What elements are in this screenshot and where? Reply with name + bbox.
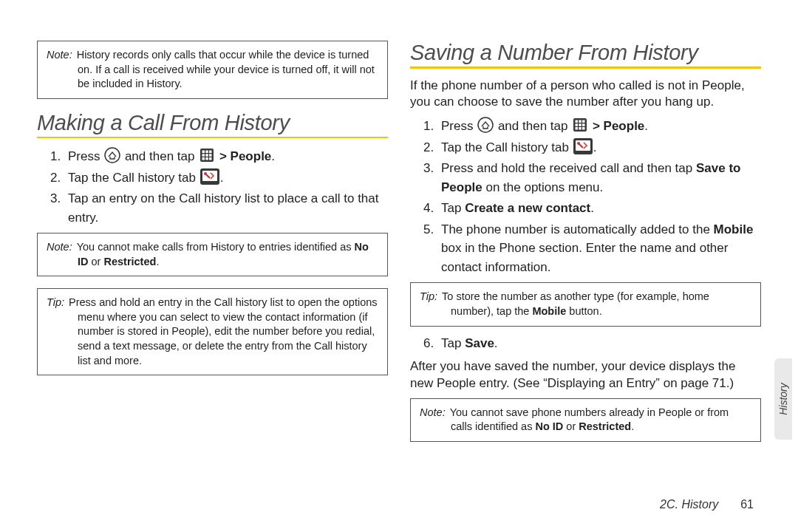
tip-mobile-type: Tip:To store the number as another type … [410,282,761,326]
after-save-paragraph: After you have saved the number, your de… [410,358,761,392]
step-1: Press and then tap > People. [37,147,388,166]
step-2: Tap the Call history tab . [37,168,388,188]
home-icon [104,147,120,163]
steps-saving-number: Press and then tap > People. Tap the Cal… [410,117,761,276]
step-4: Tap Create a new contact. [410,199,761,218]
footer-page: 61 [740,498,754,511]
step-1: Press and then tap > People. [410,117,761,136]
call-history-tab-icon [200,168,219,185]
right-column: Saving a Number From History If the phon… [410,41,761,514]
note-no-id-calls: Note:You cannot make calls from History … [37,233,388,276]
home-icon [477,117,494,133]
heading-underline [410,66,761,69]
apps-grid-icon [199,147,215,163]
step-3: Tap an entry on the Call history list to… [37,189,388,227]
people-label: People [604,119,645,133]
steps-saving-number-cont: Tap Save. [410,334,761,353]
side-tab-history: History [774,358,792,440]
people-label: People [231,149,272,163]
note-cannot-save: Note:You cannot save phone numbers alrea… [410,398,761,442]
intro-paragraph: If the phone number of a person who call… [410,78,761,112]
page-footer: 2C. History61 [660,498,754,511]
steps-making-call: Press and then tap > People. Tap the Cal… [37,147,388,227]
apps-grid-icon [572,117,588,133]
step-6: Tap Save. [410,334,761,353]
heading-making-call: Making a Call From History [37,111,388,135]
note-history-records: Note:History records only calls that occ… [37,41,388,99]
heading-saving-number: Saving a Number From History [410,41,761,65]
step-5: The phone number is automatically added … [410,220,761,277]
step-3: Press and hold the received call and the… [410,159,761,197]
note-text: History records only calls that occur wh… [77,49,375,89]
heading-underline [37,137,388,139]
call-history-tab-icon [573,138,593,154]
tip-press-hold: Tip:Press and hold an entry in the Call … [37,288,388,375]
left-column: Note:History records only calls that occ… [37,41,388,514]
footer-section: 2C. History [660,498,718,511]
note-label: Note: [47,49,77,61]
step-2: Tap the Call history tab . [410,138,761,157]
